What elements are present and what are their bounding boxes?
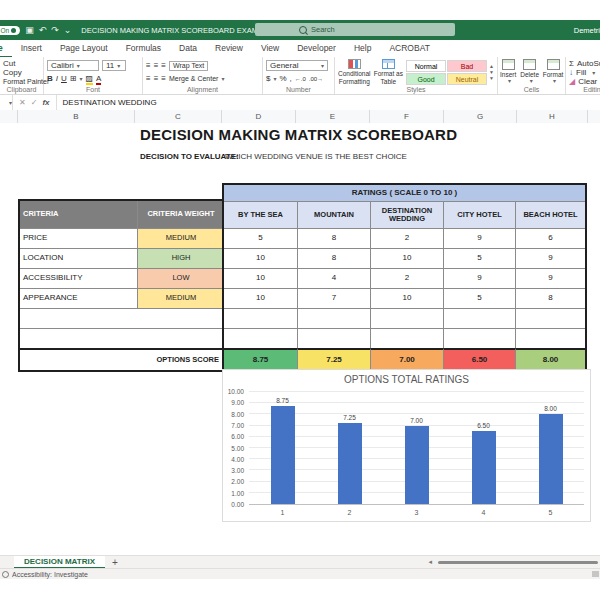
column-header-C[interactable]: C — [135, 110, 222, 123]
tab-view[interactable]: View — [252, 40, 288, 58]
wrap-text-button[interactable]: Wrap Text — [169, 61, 208, 71]
clear-button[interactable]: Clear — [578, 77, 597, 86]
customize-qat-icon[interactable]: ⌄ — [64, 25, 72, 35]
column-header-F[interactable]: F — [370, 110, 444, 123]
tab-help[interactable]: Help — [345, 40, 380, 58]
select-all-corner[interactable] — [0, 110, 18, 123]
score-cell[interactable]: 9 — [443, 268, 515, 288]
empty-cell[interactable] — [224, 328, 297, 348]
percent-button[interactable]: % — [279, 74, 286, 83]
empty-cell[interactable] — [515, 328, 585, 348]
score-cell[interactable]: 8 — [297, 248, 370, 268]
currency-button[interactable]: $▾ — [266, 74, 276, 83]
horizontal-scrollbar[interactable] — [438, 561, 598, 564]
score-cell[interactable]: 10 — [224, 248, 297, 268]
score-cell[interactable]: 9 — [515, 268, 585, 288]
chart-container[interactable]: OPTIONS TOTAL RATINGS 0.001.002.003.004.… — [222, 369, 591, 522]
formula-input[interactable]: DESTINATION WEDDING — [57, 98, 157, 107]
redo-icon[interactable]: ↷ — [51, 25, 59, 35]
style-chip-bad[interactable]: Bad — [447, 60, 487, 72]
column-header-G[interactable]: G — [444, 110, 517, 123]
score-cell[interactable]: 6 — [515, 228, 585, 248]
align-middle-icon[interactable]: ≡ — [154, 61, 159, 70]
weight-cell[interactable]: LOW — [137, 268, 224, 288]
tab-data[interactable]: Data — [170, 40, 206, 58]
score-cell[interactable]: 5 — [224, 228, 297, 248]
tab-review[interactable]: Review — [206, 40, 252, 58]
score-cell[interactable]: 10 — [224, 268, 297, 288]
empty-cell[interactable] — [443, 308, 515, 328]
scroll-left-icon[interactable]: ◂ — [428, 558, 432, 566]
criteria-cell[interactable]: APPEARANCE — [20, 288, 137, 308]
empty-cell[interactable] — [370, 308, 443, 328]
borders-button[interactable]: ⊞▾ — [70, 74, 83, 83]
score-cell[interactable]: 10 — [370, 248, 443, 268]
score-cell[interactable]: 4 — [297, 268, 370, 288]
options-score-value[interactable]: 8.75 — [224, 348, 297, 370]
italic-button[interactable]: I — [56, 74, 58, 83]
align-right-icon[interactable]: ≡ — [161, 74, 166, 83]
merge-center-button[interactable]: Merge & Center▾ — [169, 75, 224, 82]
decrease-decimal-button[interactable]: .00→ — [309, 76, 323, 82]
search-input[interactable]: Search — [255, 23, 455, 36]
increase-decimal-button[interactable]: ←.0 — [295, 76, 306, 82]
score-cell[interactable]: 8 — [297, 228, 370, 248]
options-score-value[interactable]: 8.00 — [515, 348, 585, 370]
score-cell[interactable]: 9 — [515, 248, 585, 268]
weight-cell[interactable]: MEDIUM — [137, 228, 224, 248]
chart-bar[interactable] — [472, 431, 496, 504]
comma-button[interactable]: , — [290, 74, 292, 83]
insert-function-icon[interactable]: fx — [42, 98, 49, 107]
font-size-select[interactable]: 11▾ — [102, 60, 126, 71]
font-color-button[interactable]: A — [96, 74, 101, 83]
align-top-icon[interactable]: ≡ — [146, 61, 151, 70]
tab-developer[interactable]: Developer — [288, 40, 345, 58]
options-score-value[interactable]: 6.50 — [443, 348, 515, 370]
column-header-D[interactable]: D — [222, 110, 296, 123]
styles-gallery-arrows[interactable]: ▲▼▼ — [489, 59, 494, 85]
score-cell[interactable]: 2 — [370, 268, 443, 288]
criteria-cell[interactable]: ACCESSIBILITY — [20, 268, 137, 288]
undo-icon[interactable]: ↶ — [39, 25, 47, 35]
accessibility-status[interactable]: Accessibility: Investigate — [12, 571, 88, 578]
tab-home[interactable]: Home — [0, 40, 12, 58]
score-cell[interactable]: 5 — [443, 248, 515, 268]
user-name[interactable]: Demetri — [574, 26, 600, 35]
format-painter-button[interactable]: Format Painter — [3, 78, 49, 85]
bold-button[interactable]: B — [47, 74, 53, 83]
tab-formulas[interactable]: Formulas — [117, 40, 170, 58]
autosum-button[interactable]: AutoSum — [577, 59, 600, 68]
score-cell[interactable]: 7 — [297, 288, 370, 308]
score-cell[interactable]: 8 — [515, 288, 585, 308]
fill-button[interactable]: Fill — [576, 68, 586, 77]
score-cell[interactable]: 2 — [370, 228, 443, 248]
copy-button[interactable]: Copy — [3, 68, 22, 77]
empty-cell[interactable] — [297, 328, 370, 348]
align-left-icon[interactable]: ≡ — [146, 74, 151, 83]
weight-cell[interactable]: MEDIUM — [137, 288, 224, 308]
tab-insert[interactable]: Insert — [12, 40, 51, 58]
criteria-cell[interactable]: PRICE — [20, 228, 137, 248]
empty-cell[interactable] — [20, 328, 224, 348]
insert-cells-button[interactable]: Insert▾ — [500, 59, 516, 85]
empty-cell[interactable] — [515, 308, 585, 328]
empty-cell[interactable] — [370, 328, 443, 348]
format-cells-button[interactable]: Format▾ — [543, 59, 563, 85]
save-icon[interactable]: ▣ — [25, 25, 34, 35]
delete-cells-button[interactable]: Delete▾ — [520, 59, 539, 85]
cancel-icon[interactable]: ✕ — [19, 98, 26, 107]
fill-color-button[interactable]: ▨ — [86, 74, 94, 83]
score-cell[interactable]: 10 — [224, 288, 297, 308]
score-cell[interactable]: 10 — [370, 288, 443, 308]
style-chip-neutral[interactable]: Neutral — [447, 73, 487, 85]
options-score-value[interactable]: 7.25 — [297, 348, 370, 370]
column-header-H[interactable]: H — [517, 110, 588, 123]
empty-cell[interactable] — [443, 328, 515, 348]
conditional-formatting-button[interactable]: Conditional Formatting — [338, 59, 371, 85]
column-header-E[interactable]: E — [296, 110, 370, 123]
number-format-select[interactable]: General▾ — [266, 60, 328, 71]
column-header-B[interactable]: B — [18, 110, 135, 123]
empty-cell[interactable] — [297, 308, 370, 328]
sheet-grid[interactable]: DECISION MAKING MATRIX SCOREBOARD DECISI… — [0, 123, 600, 555]
underline-button[interactable]: U — [61, 74, 67, 83]
